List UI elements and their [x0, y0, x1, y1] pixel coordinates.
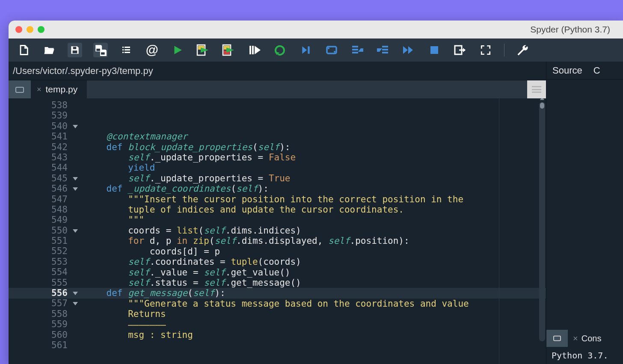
stop-icon[interactable] [427, 43, 442, 57]
code-line[interactable]: yield [85, 163, 546, 173]
run-icon[interactable] [170, 43, 185, 57]
code-line[interactable]: self._update_properties = False [85, 152, 546, 163]
save-all-icon[interactable] [93, 43, 108, 57]
file-tab[interactable]: × temp.py [31, 80, 87, 98]
skip-end-icon[interactable] [299, 43, 313, 57]
console-tab[interactable]: × Cons [568, 330, 623, 347]
zoom-window-button[interactable] [38, 26, 44, 33]
code-line[interactable]: """Generate a status message based on th… [85, 299, 546, 309]
editor-tab-bar: × temp.py [9, 80, 546, 98]
console-line: Python 3.7. [552, 350, 608, 361]
step-out-icon[interactable] [376, 43, 390, 57]
svg-rect-5 [125, 47, 130, 48]
close-tab-icon[interactable]: × [37, 85, 42, 94]
console-tab-bar: × Cons [546, 330, 623, 347]
svg-rect-0 [73, 50, 77, 53]
line-number: 561 [9, 340, 68, 350]
console-output: Python 3.7. [546, 347, 623, 364]
line-number: 541 [9, 131, 68, 142]
fold-icon[interactable] [73, 187, 78, 191]
line-number: 544 [9, 163, 68, 173]
code-line[interactable]: """Insert the cursor position into the c… [85, 194, 546, 204]
run-cell-icon[interactable] [196, 43, 211, 57]
code-line[interactable]: coords = list(self.dims.indices) [85, 225, 546, 236]
fold-icon[interactable] [73, 125, 78, 128]
svg-rect-16 [252, 46, 254, 54]
loop-icon[interactable] [324, 43, 339, 57]
svg-rect-7 [125, 49, 130, 50]
fold-icon[interactable] [73, 229, 78, 233]
new-file-icon[interactable] [16, 43, 31, 57]
code-line[interactable]: Returns [85, 309, 546, 319]
line-number: 553 [9, 257, 68, 267]
code-line[interactable]: def block_update_properties(self): [85, 142, 546, 152]
fast-forward-icon[interactable] [401, 43, 416, 57]
app-window: Spyder (Python 3.7) @ [9, 21, 623, 364]
line-number: 556 [9, 288, 68, 298]
run-cell-advance-icon[interactable] [222, 43, 236, 57]
code-line[interactable]: @contextmanager [85, 131, 546, 142]
svg-rect-4 [122, 47, 124, 48]
at-icon[interactable]: @ [145, 43, 159, 57]
line-number: 559 [9, 319, 68, 329]
line-number: 539 [9, 110, 68, 121]
code-line[interactable]: for d, p in zip(self.dims.displayed, sel… [85, 236, 546, 246]
svg-rect-29 [16, 87, 24, 92]
svg-rect-23 [352, 52, 358, 53]
code-line[interactable]: self._update_properties = True [85, 173, 546, 183]
right-tab-2[interactable]: C [593, 65, 600, 76]
code-area[interactable]: @contextmanager def block_update_propert… [85, 98, 546, 364]
source-tab[interactable]: Source [552, 65, 582, 76]
minimize-window-button[interactable] [27, 26, 33, 33]
close-console-icon[interactable]: × [573, 334, 578, 343]
line-number: 554 [9, 267, 68, 277]
svg-rect-27 [430, 46, 438, 54]
exit-debug-icon[interactable] [453, 43, 467, 57]
toolbar-separator [504, 44, 504, 56]
line-number: 560 [9, 330, 68, 340]
open-folder-icon[interactable] [42, 43, 56, 57]
code-line[interactable]: self.status = self.get_message() [85, 278, 546, 288]
code-line[interactable]: self.coordinates = tuple(coords) [85, 257, 546, 267]
step-into-icon[interactable] [350, 43, 365, 57]
line-number: 538 [9, 100, 68, 110]
fold-icon[interactable] [73, 177, 78, 181]
svg-rect-3 [101, 52, 105, 54]
code-line[interactable]: """ [85, 215, 546, 225]
file-path: /Users/victor/.spyder-py3/temp.py [9, 62, 546, 80]
code-editor[interactable]: 5385395405415425435445455465475485495505… [9, 98, 546, 364]
svg-rect-17 [308, 46, 309, 53]
tab-menu-icon[interactable] [527, 80, 546, 98]
close-window-button[interactable] [15, 26, 22, 33]
wrench-icon[interactable] [516, 43, 530, 57]
svg-rect-8 [122, 52, 124, 53]
console-browse-icon[interactable] [546, 330, 568, 347]
code-line[interactable]: ——————— [85, 320, 546, 330]
maximize-icon[interactable] [478, 43, 493, 57]
svg-rect-30 [554, 336, 561, 341]
right-pane: Source C × Cons Python 3.7. [546, 62, 623, 364]
svg-rect-2 [96, 49, 100, 51]
window-title: Spyder (Python 3.7) [530, 24, 610, 35]
svg-rect-9 [125, 52, 130, 53]
code-line[interactable]: msg : string [85, 330, 546, 340]
fold-icon[interactable] [73, 302, 78, 305]
line-number: 547 [9, 194, 68, 204]
line-number: 542 [9, 142, 68, 152]
line-number: 557 [9, 298, 68, 308]
save-icon[interactable] [68, 43, 82, 57]
code-line[interactable]: coords[d] = p [85, 246, 546, 257]
line-number: 546 [9, 183, 68, 194]
svg-point-20 [334, 51, 335, 53]
browse-tabs-icon[interactable] [9, 80, 31, 98]
code-line[interactable]: self._value = self.get_value() [85, 267, 546, 278]
code-line[interactable]: def _update_coordinates(self): [85, 183, 546, 194]
code-line[interactable]: def get_message(self): [85, 288, 546, 298]
code-line[interactable]: tuple of indices and update the cursor c… [85, 204, 546, 215]
step-icon[interactable] [247, 43, 262, 57]
fold-icon[interactable] [73, 292, 78, 295]
rerun-icon[interactable] [273, 43, 288, 57]
line-number: 555 [9, 278, 68, 288]
right-pane-tabs: Source C [546, 62, 623, 80]
list-icon[interactable] [119, 43, 134, 57]
